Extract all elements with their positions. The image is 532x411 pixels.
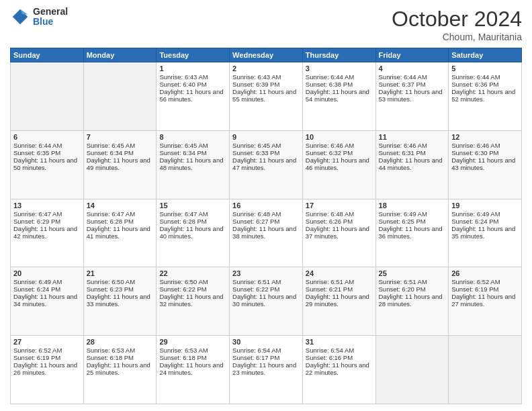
sunrise-text: Sunrise: 6:44 AM [13, 142, 81, 149]
calendar-cell: 18Sunrise: 6:49 AMSunset: 6:25 PMDayligh… [375, 199, 449, 267]
daylight-text: Daylight: 11 hours and 42 minutes. [13, 225, 81, 240]
calendar-cell: 17Sunrise: 6:48 AMSunset: 6:26 PMDayligh… [302, 199, 375, 267]
calendar-cell: 14Sunrise: 6:47 AMSunset: 6:28 PMDayligh… [83, 199, 157, 267]
header: General Blue October 2024 Choum, Maurita… [10, 7, 522, 42]
sunrise-text: Sunrise: 6:51 AM [379, 278, 446, 285]
sunrise-text: Sunrise: 6:49 AM [379, 210, 446, 218]
sunset-text: Sunset: 6:34 PM [87, 149, 154, 156]
daylight-text: Daylight: 11 hours and 34 minutes. [13, 293, 81, 308]
daylight-text: Daylight: 11 hours and 41 minutes. [87, 225, 154, 240]
day-number: 11 [379, 133, 446, 141]
calendar-cell: 10Sunrise: 6:46 AMSunset: 6:32 PMDayligh… [302, 130, 375, 199]
daylight-text: Daylight: 11 hours and 53 minutes. [379, 88, 446, 103]
daylight-text: Daylight: 11 hours and 22 minutes. [306, 361, 373, 376]
calendar-cell [449, 336, 522, 404]
sunset-text: Sunset: 6:19 PM [451, 285, 519, 293]
calendar-cell: 7Sunrise: 6:45 AMSunset: 6:34 PMDaylight… [83, 130, 157, 199]
sunrise-text: Sunrise: 6:52 AM [451, 278, 519, 285]
calendar-cell: 2Sunrise: 6:43 AMSunset: 6:39 PMDaylight… [230, 62, 303, 131]
day-number: 2 [232, 64, 300, 73]
sunrise-text: Sunrise: 6:48 AM [306, 210, 373, 218]
daylight-text: Daylight: 11 hours and 33 minutes. [87, 293, 154, 308]
calendar-week-row: 20Sunrise: 6:49 AMSunset: 6:24 PMDayligh… [11, 267, 522, 336]
calendar-cell: 16Sunrise: 6:48 AMSunset: 6:27 PMDayligh… [230, 199, 303, 267]
daylight-text: Daylight: 11 hours and 25 minutes. [87, 361, 154, 376]
sunrise-text: Sunrise: 6:44 AM [451, 73, 519, 81]
daylight-text: Daylight: 11 hours and 23 minutes. [232, 361, 300, 376]
day-number: 7 [87, 133, 154, 141]
sunrise-text: Sunrise: 6:47 AM [159, 210, 226, 218]
sunrise-text: Sunrise: 6:46 AM [451, 142, 519, 149]
sunrise-text: Sunrise: 6:46 AM [379, 142, 446, 149]
sunset-text: Sunset: 6:23 PM [87, 285, 154, 293]
calendar-cell: 26Sunrise: 6:52 AMSunset: 6:19 PMDayligh… [449, 267, 522, 336]
sunrise-text: Sunrise: 6:51 AM [306, 278, 373, 285]
sunset-text: Sunset: 6:24 PM [13, 285, 81, 293]
calendar-cell: 8Sunrise: 6:45 AMSunset: 6:34 PMDaylight… [157, 130, 230, 199]
daylight-text: Daylight: 11 hours and 29 minutes. [306, 293, 373, 308]
sunrise-text: Sunrise: 6:49 AM [13, 278, 81, 285]
day-number: 26 [451, 269, 519, 277]
sunset-text: Sunset: 6:18 PM [87, 354, 154, 361]
calendar-cell: 21Sunrise: 6:50 AMSunset: 6:23 PMDayligh… [83, 267, 157, 336]
logo-text: General Blue [33, 7, 68, 28]
daylight-text: Daylight: 11 hours and 52 minutes. [451, 88, 519, 103]
day-number: 6 [13, 133, 81, 141]
day-number: 31 [306, 338, 373, 346]
day-number: 3 [306, 64, 373, 73]
logo-icon [10, 7, 30, 27]
daylight-text: Daylight: 11 hours and 30 minutes. [232, 293, 300, 308]
calendar-week-row: 13Sunrise: 6:47 AMSunset: 6:29 PMDayligh… [11, 199, 522, 267]
day-number: 28 [87, 338, 154, 346]
day-number: 4 [379, 64, 446, 73]
sunset-text: Sunset: 6:20 PM [379, 285, 446, 293]
day-number: 5 [451, 64, 519, 73]
sunset-text: Sunset: 6:40 PM [159, 81, 226, 88]
calendar-cell: 29Sunrise: 6:53 AMSunset: 6:18 PMDayligh… [157, 336, 230, 404]
calendar-table: SundayMondayTuesdayWednesdayThursdayFrid… [10, 48, 522, 404]
calendar-cell: 4Sunrise: 6:44 AMSunset: 6:37 PMDaylight… [375, 62, 449, 131]
day-number: 16 [232, 201, 300, 210]
sunrise-text: Sunrise: 6:48 AM [232, 210, 300, 218]
weekday-header: Monday [83, 48, 157, 62]
day-number: 17 [306, 201, 373, 210]
day-number: 24 [306, 269, 373, 277]
calendar-cell: 13Sunrise: 6:47 AMSunset: 6:29 PMDayligh… [11, 199, 84, 267]
sunset-text: Sunset: 6:39 PM [232, 81, 300, 88]
daylight-text: Daylight: 11 hours and 37 minutes. [306, 225, 373, 240]
sunset-text: Sunset: 6:24 PM [451, 218, 519, 225]
sunset-text: Sunset: 6:37 PM [379, 81, 446, 88]
weekday-header: Tuesday [157, 48, 230, 62]
sunrise-text: Sunrise: 6:44 AM [306, 73, 373, 81]
month-title: October 2024 [392, 7, 522, 32]
sunrise-text: Sunrise: 6:54 AM [232, 347, 300, 354]
day-number: 30 [232, 338, 300, 346]
sunset-text: Sunset: 6:31 PM [379, 149, 446, 156]
daylight-text: Daylight: 11 hours and 49 minutes. [87, 156, 154, 171]
day-number: 19 [451, 201, 519, 210]
sunrise-text: Sunrise: 6:53 AM [159, 347, 226, 354]
daylight-text: Daylight: 11 hours and 55 minutes. [232, 88, 300, 103]
calendar-cell: 6Sunrise: 6:44 AMSunset: 6:35 PMDaylight… [11, 130, 84, 199]
day-number: 1 [159, 64, 226, 73]
calendar-cell [375, 336, 449, 404]
day-number: 20 [13, 269, 81, 277]
sunset-text: Sunset: 6:33 PM [232, 149, 300, 156]
sunrise-text: Sunrise: 6:50 AM [87, 278, 154, 285]
sunset-text: Sunset: 6:36 PM [451, 81, 519, 88]
sunset-text: Sunset: 6:22 PM [159, 285, 226, 293]
calendar-cell: 5Sunrise: 6:44 AMSunset: 6:36 PMDaylight… [449, 62, 522, 131]
day-number: 22 [159, 269, 226, 277]
calendar-cell: 11Sunrise: 6:46 AMSunset: 6:31 PMDayligh… [375, 130, 449, 199]
sunrise-text: Sunrise: 6:53 AM [87, 347, 154, 354]
sunset-text: Sunset: 6:25 PM [379, 218, 446, 225]
sunset-text: Sunset: 6:26 PM [306, 218, 373, 225]
day-number: 14 [87, 201, 154, 210]
weekday-header: Sunday [11, 48, 84, 62]
sunset-text: Sunset: 6:30 PM [451, 149, 519, 156]
calendar-cell: 9Sunrise: 6:45 AMSunset: 6:33 PMDaylight… [230, 130, 303, 199]
daylight-text: Daylight: 11 hours and 44 minutes. [379, 156, 446, 171]
weekday-header: Thursday [302, 48, 375, 62]
sunset-text: Sunset: 6:21 PM [306, 285, 373, 293]
daylight-text: Daylight: 11 hours and 43 minutes. [451, 156, 519, 171]
